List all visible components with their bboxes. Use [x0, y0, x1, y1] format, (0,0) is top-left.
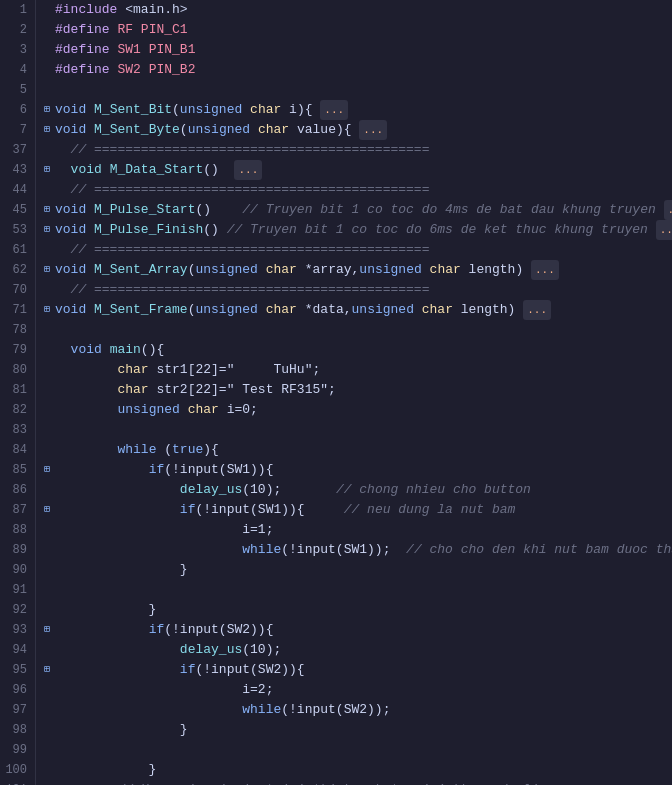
code-area[interactable]: #include <main.h>#define RF PIN_C1#defin… — [36, 0, 672, 785]
code-line-83 — [40, 420, 672, 440]
fold-icon-4[interactable] — [40, 63, 54, 77]
code-line-86: delay_us(10); // chong nhieu cho button — [40, 480, 672, 500]
code-line-6: ⊞void M_Sent_Bit(unsigned char i){ ... — [40, 100, 672, 120]
token-plain — [55, 360, 117, 380]
token-plain: i=0; — [219, 400, 258, 420]
code-line-5 — [40, 80, 672, 100]
fold-icon-37[interactable] — [40, 143, 54, 157]
fold-icon-44[interactable] — [40, 183, 54, 197]
fold-icon-53[interactable]: ⊞ — [40, 223, 54, 237]
line-number-98: 98 — [4, 720, 27, 740]
fold-icon-91[interactable] — [40, 583, 54, 597]
token-cmt: // =====================================… — [71, 240, 430, 260]
fold-icon-3[interactable] — [40, 43, 54, 57]
token-type: char — [266, 300, 297, 320]
code-line-79: void main(){ — [40, 340, 672, 360]
fold-icon-70[interactable] — [40, 283, 54, 297]
fold-icon-98[interactable] — [40, 723, 54, 737]
fold-icon-99[interactable] — [40, 743, 54, 757]
token-cmt: // =====================================… — [71, 140, 430, 160]
collapsed-block[interactable]: ... — [531, 260, 559, 280]
fold-icon-97[interactable] — [40, 703, 54, 717]
fold-icon-96[interactable] — [40, 683, 54, 697]
fold-icon-6[interactable]: ⊞ — [40, 103, 54, 117]
token-plain — [55, 160, 71, 180]
token-plain: (10); — [242, 640, 281, 660]
token-kw: unsigned — [359, 260, 421, 280]
code-line-62: ⊞void M_Sent_Array(unsigned char *array,… — [40, 260, 672, 280]
fold-icon-80[interactable] — [40, 363, 54, 377]
fold-icon-82[interactable] — [40, 403, 54, 417]
token-type: char — [188, 400, 219, 420]
token-plain — [55, 180, 71, 200]
fold-icon-61[interactable] — [40, 243, 54, 257]
code-line-100: } — [40, 760, 672, 780]
fold-icon-78[interactable] — [40, 323, 54, 337]
code-line-2: #define RF PIN_C1 — [40, 20, 672, 40]
token-kw: while — [242, 700, 281, 720]
fold-icon-81[interactable] — [40, 383, 54, 397]
line-number-99: 99 — [4, 740, 27, 760]
line-number-89: 89 — [4, 540, 27, 560]
token-plain: ( — [188, 260, 196, 280]
fold-icon-89[interactable] — [40, 543, 54, 557]
fold-icon-71[interactable]: ⊞ — [40, 303, 54, 317]
line-number-91: 91 — [4, 580, 27, 600]
token-plain — [55, 240, 71, 260]
collapsed-block[interactable]: ... — [234, 160, 262, 180]
token-plain: length) — [461, 260, 531, 280]
fold-icon-88[interactable] — [40, 523, 54, 537]
token-kw: true — [172, 440, 203, 460]
fold-icon-7[interactable]: ⊞ — [40, 123, 54, 137]
line-number-82: 82 — [4, 400, 27, 420]
fold-icon-79[interactable] — [40, 343, 54, 357]
line-number-5: 5 — [4, 80, 27, 100]
collapsed-block[interactable]: ... — [523, 300, 551, 320]
fold-icon-93[interactable]: ⊞ — [40, 623, 54, 637]
fold-icon-1[interactable] — [40, 3, 54, 17]
collapsed-block[interactable]: ... — [664, 200, 672, 220]
fold-icon-92[interactable] — [40, 603, 54, 617]
line-number-88: 88 — [4, 520, 27, 540]
fold-icon-45[interactable]: ⊞ — [40, 203, 54, 217]
fold-icon-85[interactable]: ⊞ — [40, 463, 54, 477]
token-plain: (){ — [141, 340, 164, 360]
fold-icon-84[interactable] — [40, 443, 54, 457]
collapsed-block[interactable]: ... — [359, 120, 387, 140]
fold-icon-100[interactable] — [40, 763, 54, 777]
line-number-78: 78 — [4, 320, 27, 340]
token-plain — [55, 400, 117, 420]
token-plain — [133, 20, 141, 40]
fold-icon-5[interactable] — [40, 83, 54, 97]
fold-icon-2[interactable] — [40, 23, 54, 37]
fold-icon-86[interactable] — [40, 483, 54, 497]
fold-icon-83[interactable] — [40, 423, 54, 437]
line-number-53: 53 — [4, 220, 27, 240]
token-plain: i=2; — [55, 680, 273, 700]
token-cmt: // chong nhieu cho button — [336, 480, 531, 500]
line-number-4: 4 — [4, 60, 27, 80]
line-number-101: 101 — [4, 780, 27, 785]
fold-icon-94[interactable] — [40, 643, 54, 657]
collapsed-block[interactable]: ... — [656, 220, 672, 240]
fold-icon-90[interactable] — [40, 563, 54, 577]
token-cmt: // =====================================… — [71, 180, 430, 200]
token-type: char — [250, 100, 281, 120]
line-number-94: 94 — [4, 640, 27, 660]
token-plain: } — [55, 760, 156, 780]
fold-icon-43[interactable]: ⊞ — [40, 163, 54, 177]
token-cmt: // =====================================… — [71, 280, 430, 300]
token-plain: value){ — [289, 120, 359, 140]
token-kw: void — [55, 300, 86, 320]
token-plain — [55, 700, 242, 720]
token-plain — [55, 460, 149, 480]
token-plain — [110, 60, 118, 80]
line-number-1: 1 — [4, 0, 27, 20]
token-plain — [258, 300, 266, 320]
fold-icon-95[interactable]: ⊞ — [40, 663, 54, 677]
collapsed-block[interactable]: ... — [320, 100, 348, 120]
token-plain — [55, 620, 149, 640]
fold-icon-87[interactable]: ⊞ — [40, 503, 54, 517]
fold-icon-62[interactable]: ⊞ — [40, 263, 54, 277]
token-plain: } — [55, 720, 188, 740]
